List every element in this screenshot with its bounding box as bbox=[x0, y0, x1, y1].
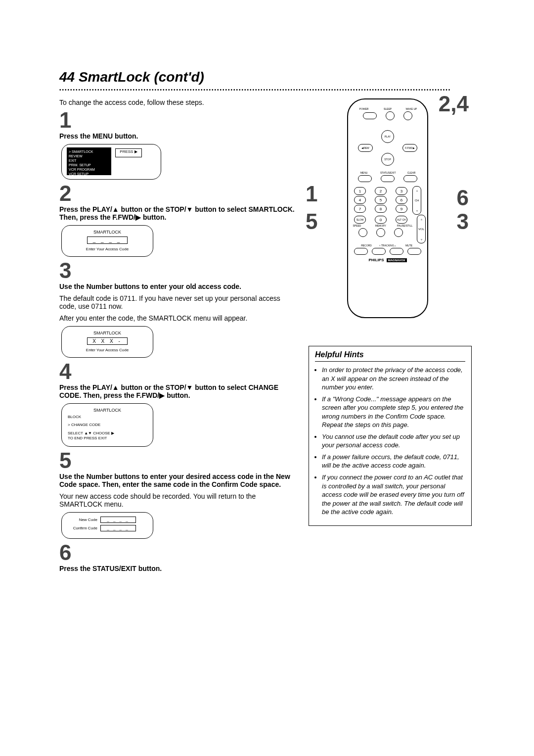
step-4-number: 4 bbox=[59, 361, 297, 382]
power-button[interactable] bbox=[363, 112, 377, 119]
sleep-button[interactable] bbox=[386, 111, 395, 120]
mute-button[interactable] bbox=[407, 248, 421, 255]
clear-button[interactable] bbox=[403, 175, 417, 182]
remote-row: STOP bbox=[348, 153, 427, 166]
brand-magnavox: MAGNAVOX bbox=[387, 258, 407, 262]
tracking-text: TRACKING bbox=[381, 244, 394, 247]
menu-line: VCR PROGRAM bbox=[69, 167, 109, 172]
remote-row: ◀ REW F.FWD ▶ bbox=[348, 144, 427, 152]
num-3-button[interactable]: 3 bbox=[396, 187, 407, 195]
step-2-screen: SMARTLOCK _ _ _ _ Enter Your Access Code bbox=[61, 225, 153, 257]
tracking-down-button[interactable] bbox=[372, 248, 386, 255]
menu-line: REVIEW bbox=[69, 154, 109, 158]
vol-rocker[interactable]: ▵ VOL ▿ bbox=[417, 215, 426, 243]
memory-button[interactable] bbox=[376, 228, 385, 237]
step-3-body1: The default code is 0711. If you have ne… bbox=[59, 294, 297, 310]
num-7-button[interactable]: 7 bbox=[354, 205, 366, 213]
clear-label: CLEAR bbox=[404, 172, 419, 174]
step-5-number: 5 bbox=[59, 450, 297, 472]
tv-line: SELECT ▲▼ CHOOSE ▶ bbox=[68, 431, 147, 436]
down-icon: ▿ bbox=[421, 237, 422, 241]
tv-line: > CHANGE CODE bbox=[68, 423, 147, 427]
up-icon: ▵ bbox=[421, 217, 422, 221]
remote-row: PLAY bbox=[348, 130, 427, 143]
num-2-button[interactable]: 2 bbox=[375, 187, 387, 195]
code-box: _ _ _ _ bbox=[87, 236, 128, 244]
remote-row bbox=[348, 175, 427, 182]
power-label: POWER bbox=[356, 108, 371, 110]
hints-list: In order to protect the privacy of the a… bbox=[315, 366, 465, 517]
new-code-row: New Code _ _ _ _ bbox=[68, 517, 147, 523]
play-button[interactable]: PLAY bbox=[381, 130, 394, 143]
brand-row: PHILIPS MAGNAVOX bbox=[348, 258, 427, 262]
step-1-menu: > SMARTLOCK REVIEW EXIT PRIM. SETUP VCR … bbox=[67, 147, 111, 175]
altch-button[interactable]: ALT CH bbox=[396, 216, 407, 224]
page-number: 44 bbox=[59, 69, 75, 85]
right-column: 2,4 1 5 6 3 POWER SLEEP WAKE UP bbox=[309, 98, 472, 576]
tracking-label: ▿ TRACKING ▵ bbox=[374, 244, 401, 247]
intro-text: To change the access code, follow these … bbox=[59, 98, 297, 106]
num-4-button[interactable]: 4 bbox=[354, 196, 366, 204]
page-title-text: SmartLock (cont'd) bbox=[79, 69, 204, 85]
status-label: STATUS/EXIT bbox=[380, 172, 395, 174]
remote-row: MENU STATUS/EXIT CLEAR bbox=[348, 172, 427, 174]
step-4-head: Press the PLAY/▲ button or the STOP/▼ bu… bbox=[59, 383, 297, 399]
slow-button[interactable]: SLOW bbox=[354, 216, 366, 224]
callout-left-1: 1 bbox=[306, 182, 317, 206]
confirm-code-row: Confirm Code _ _ _ _ bbox=[68, 525, 147, 531]
remote-row bbox=[348, 111, 427, 120]
rew-label: REW bbox=[363, 146, 369, 149]
mute-label: MUTE bbox=[401, 244, 416, 247]
step-2-number: 2 bbox=[59, 183, 297, 204]
tv-title: SMARTLOCK bbox=[68, 408, 147, 413]
num-8-button[interactable]: 8 bbox=[375, 205, 387, 213]
spacer bbox=[348, 121, 427, 129]
record-button[interactable] bbox=[354, 248, 368, 255]
num-5-button[interactable]: 5 bbox=[375, 196, 387, 204]
vol-label: VOL bbox=[418, 228, 424, 231]
menu-line: EXIT bbox=[69, 158, 109, 163]
ffwd-button[interactable]: F.FWD ▶ bbox=[402, 144, 417, 152]
step-6-head: Press the STATUS/EXIT button. bbox=[59, 565, 297, 572]
num-0-button[interactable]: 0 bbox=[375, 216, 387, 224]
step-3-number: 3 bbox=[59, 260, 297, 282]
remote-row: RECORD ▿ TRACKING ▵ MUTE bbox=[348, 244, 427, 247]
num-1-button[interactable]: 1 bbox=[354, 187, 366, 195]
remote-row: POWER SLEEP WAKE UP bbox=[348, 108, 427, 110]
left-column: To change the access code, follow these … bbox=[59, 98, 297, 576]
speed-button[interactable] bbox=[358, 228, 367, 237]
step-5-screen: New Code _ _ _ _ Confirm Code _ _ _ _ bbox=[61, 512, 153, 539]
menu-button[interactable] bbox=[358, 175, 372, 182]
remote-wrap: POWER SLEEP WAKE UP PLAY ◀ REW bbox=[328, 98, 447, 326]
manual-page: 44 SmartLock (cont'd) ••••••••••••••••••… bbox=[0, 0, 534, 616]
tracking-up-button[interactable] bbox=[390, 248, 403, 255]
memory-label: MEMORY bbox=[373, 225, 388, 227]
hint-item: You cannot use the default code after yo… bbox=[322, 432, 465, 450]
brand-philips: PHILIPS bbox=[368, 258, 384, 262]
rew-button[interactable]: ◀ REW bbox=[358, 144, 373, 152]
wake-label: WAKE UP bbox=[404, 108, 419, 110]
tv-line: BLOCK bbox=[68, 415, 147, 420]
callout-right-6: 6 bbox=[457, 186, 469, 210]
step-6-number: 6 bbox=[59, 542, 297, 564]
step-3-head: Use the Number buttons to enter your old… bbox=[59, 283, 297, 290]
wake-button[interactable] bbox=[403, 111, 412, 120]
columns-wrap: To change the access code, follow these … bbox=[59, 98, 475, 576]
stop-button[interactable]: STOP bbox=[381, 153, 394, 166]
hint-item: If a "Wrong Code..." message appears on … bbox=[322, 395, 465, 429]
code-box: _ _ _ _ bbox=[100, 525, 136, 531]
step-1-number: 1 bbox=[59, 109, 297, 131]
hint-item: If a power failure occurs, the default c… bbox=[322, 453, 465, 470]
hint-item: In order to protect the privacy of the a… bbox=[322, 366, 465, 392]
down-icon: ▿ bbox=[416, 209, 418, 212]
pause-still-button[interactable] bbox=[394, 228, 403, 237]
ch-rocker[interactable]: ▵ CH ▿ bbox=[412, 186, 421, 215]
up-icon: ▵ bbox=[416, 189, 418, 192]
keypad: 123 456 789 bbox=[354, 186, 407, 214]
hint-item: If you connect the power cord to an AC o… bbox=[322, 473, 465, 517]
num-6-button[interactable]: 6 bbox=[396, 196, 407, 204]
status-exit-button[interactable] bbox=[381, 175, 395, 182]
num-9-button[interactable]: 9 bbox=[396, 205, 407, 213]
tv-title: SMARTLOCK bbox=[68, 230, 147, 235]
confirm-code-label: Confirm Code bbox=[68, 526, 97, 530]
